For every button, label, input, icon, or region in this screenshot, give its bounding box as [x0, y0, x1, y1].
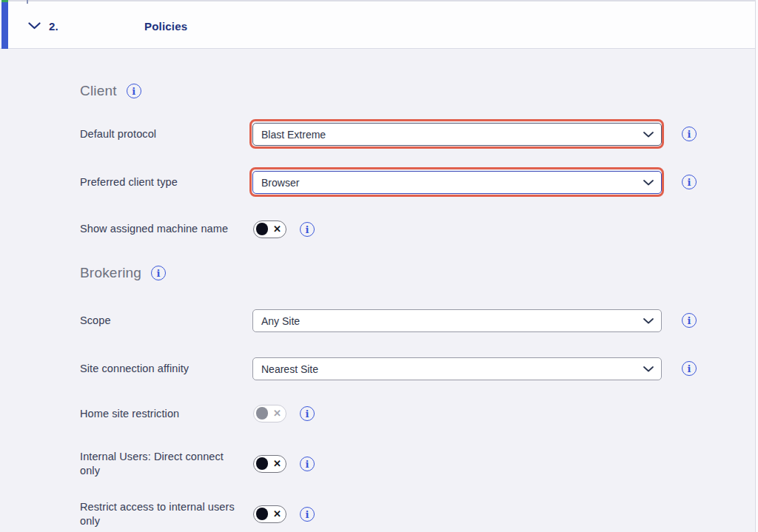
internal-users-direct-connect-info-icon[interactable]: i [300, 457, 315, 471]
client-section-heading: Client i [80, 81, 141, 101]
site-connection-affinity-info-icon[interactable]: i [682, 361, 697, 376]
brokering-info-icon[interactable]: i [151, 266, 166, 280]
toggle-knob [256, 407, 269, 420]
scope-value: Any Site [261, 315, 300, 327]
preferred-client-type-select[interactable]: Browser [252, 171, 662, 194]
internal-users-direct-connect-toggle[interactable]: ✕ [253, 455, 286, 473]
default-protocol-select[interactable]: Blast Extreme [252, 123, 662, 146]
divider-artifact [27, 0, 28, 4]
default-protocol-info-icon[interactable]: i [682, 127, 697, 141]
toggle-x-icon: ✕ [273, 408, 281, 418]
chevron-down-icon [643, 180, 654, 186]
brokering-section-title: Brokering [80, 265, 141, 281]
top-divider [8, 0, 755, 1]
section-accent-bar [1, 1, 8, 49]
toggle-knob [256, 223, 269, 235]
default-protocol-value: Blast Extreme [261, 129, 326, 141]
site-connection-affinity-label: Site connection affinity [80, 362, 246, 376]
scope-info-icon[interactable]: i [682, 313, 697, 328]
section-header[interactable]: 2. Policies [0, 0, 755, 49]
preferred-client-type-info-icon[interactable]: i [682, 175, 697, 189]
internal-users-direct-connect-label: Internal Users: Direct connect only [80, 450, 246, 478]
site-connection-affinity-value: Nearest Site [261, 363, 318, 375]
toggle-x-icon: ✕ [273, 509, 281, 519]
scope-label: Scope [80, 314, 246, 328]
section-title: Policies [144, 20, 187, 33]
home-site-restriction-label: Home site restriction [80, 407, 246, 421]
restrict-access-internal-users-info-icon[interactable]: i [300, 507, 315, 522]
toggle-knob [256, 457, 269, 470]
chevron-down-icon [643, 366, 654, 372]
show-assigned-machine-name-label: Show assigned machine name [80, 222, 246, 236]
scope-select[interactable]: Any Site [252, 309, 662, 332]
client-section-title: Client [80, 83, 117, 99]
site-connection-affinity-select[interactable]: Nearest Site [252, 357, 662, 380]
brokering-section-heading: Brokering i [80, 263, 166, 283]
toggle-knob [256, 508, 269, 520]
chevron-down-icon [643, 318, 654, 324]
default-protocol-label: Default protocol [80, 127, 246, 141]
show-assigned-machine-name-info-icon[interactable]: i [300, 222, 315, 237]
right-edge-strip [755, 0, 758, 532]
restrict-access-internal-users-toggle[interactable]: ✕ [253, 505, 286, 523]
collapse-chevron-icon[interactable] [28, 22, 41, 30]
client-info-icon[interactable]: i [127, 84, 141, 98]
toggle-x-icon: ✕ [273, 459, 281, 468]
section-number: 2. [49, 20, 58, 33]
show-assigned-machine-name-toggle[interactable]: ✕ [253, 220, 286, 238]
chevron-down-icon [643, 132, 654, 138]
home-site-restriction-toggle: ✕ [253, 405, 286, 422]
toggle-x-icon: ✕ [273, 224, 281, 234]
preferred-client-type-value: Browser [261, 177, 299, 189]
progress-tick [1, 0, 8, 2]
home-site-restriction-info-icon[interactable]: i [300, 406, 315, 421]
preferred-client-type-label: Preferred client type [80, 175, 246, 189]
policies-panel: 2. Policies Client i Default protocol Bl… [0, 0, 758, 532]
restrict-access-internal-users-label: Restrict access to internal users only [80, 500, 246, 528]
